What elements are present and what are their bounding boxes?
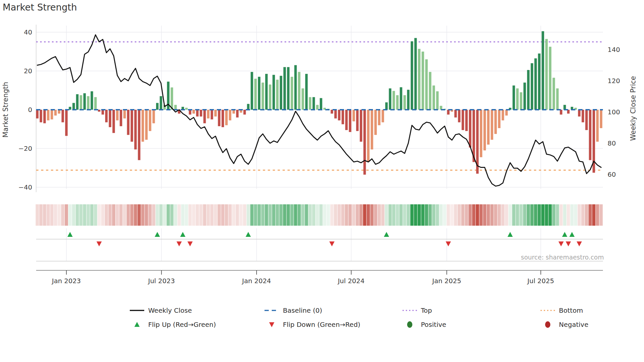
flip-down-marker (329, 241, 334, 246)
chart-canvas: Market Strength Jan 2023Jul 2023Jan 2024… (0, 0, 644, 362)
strength-bar (302, 88, 304, 110)
heatmap-cell (258, 204, 261, 226)
heatmap-cell (159, 204, 163, 226)
strength-bar (465, 110, 468, 131)
strength-bar (516, 88, 519, 110)
strength-bar (189, 110, 192, 115)
heatmap-cell (461, 204, 465, 226)
heatmap-cell (47, 204, 50, 226)
strength-bar (389, 88, 391, 110)
heatmap-cell (221, 204, 224, 226)
strength-bar (40, 110, 42, 122)
heatmap-cell (58, 204, 61, 226)
heatmap-cell (352, 204, 356, 226)
heatmap-cell (319, 204, 323, 226)
strength-bar (214, 110, 217, 117)
heatmap-cell (177, 204, 181, 226)
strength-bar (47, 110, 50, 120)
strength-bar (342, 110, 344, 124)
flip-up-marker (384, 232, 389, 237)
strength-bar (556, 88, 559, 110)
heatmap-cell (548, 204, 552, 226)
strength-bar (116, 110, 119, 120)
heatmap-cell (65, 204, 68, 226)
strength-bar (298, 72, 301, 110)
y-left-tick-label: −40 (18, 183, 32, 191)
heatmap-cell (337, 204, 341, 226)
heatmap-cell (163, 204, 166, 226)
strength-bar (553, 78, 555, 110)
strength-bar (316, 105, 319, 110)
market-strength-chart: Market Strength Jan 2023Jul 2023Jan 2024… (0, 0, 644, 362)
heatmap-cell (519, 204, 523, 226)
heatmap-cell (232, 204, 235, 226)
heatmap-cell (599, 204, 603, 226)
flip-up-marker (569, 232, 575, 237)
strength-bar (276, 80, 279, 110)
heatmap-cell (345, 204, 348, 226)
strength-bar (65, 110, 68, 136)
heatmap-cell (43, 204, 46, 226)
strength-bar (51, 110, 53, 120)
heatmap-cell (407, 204, 410, 226)
heatmap-cell (279, 204, 283, 226)
heatmap-cell (90, 204, 94, 226)
legend-item-label: Flip Up (Red→Green) (148, 321, 216, 328)
legend-item-label: Negative (559, 321, 588, 328)
heatmap-cell (301, 204, 305, 226)
strength-bar (87, 96, 90, 110)
heatmap-cell (265, 204, 268, 226)
strength-bar (123, 110, 126, 119)
strength-bar (221, 110, 224, 127)
heatmap-cell (243, 204, 246, 226)
x-tick-label: Jan 2025 (432, 277, 461, 285)
heatmap-strip-layer (36, 204, 603, 226)
strength-bar (494, 110, 497, 134)
legend-item-label: Bottom (559, 306, 583, 314)
heatmap-cell (596, 204, 599, 226)
y-left-tick-label: 40 (24, 28, 32, 36)
heatmap-cell (101, 204, 104, 226)
strength-bar (534, 58, 537, 110)
flip-up-marker (508, 232, 513, 237)
heatmap-cell (152, 204, 155, 226)
heatmap-cell (137, 204, 141, 226)
heatmap-cell (567, 204, 570, 226)
flip-up-marker (246, 232, 251, 237)
heatmap-cell (170, 204, 173, 226)
heatmap-cell (400, 204, 403, 226)
heatmap-cell (392, 204, 395, 226)
strength-bar (600, 110, 603, 128)
heatmap-cell (341, 204, 344, 226)
strength-bar (265, 74, 268, 110)
x-tick-label: Jul 2023 (148, 277, 175, 285)
strength-bar (498, 110, 501, 128)
heatmap-cell (283, 204, 286, 226)
strength-bar (236, 110, 239, 118)
heatmap-cell (458, 204, 461, 226)
heatmap-cell (149, 204, 152, 226)
strength-bar (196, 110, 199, 117)
heatmap-cell (414, 204, 417, 226)
strength-bar (338, 110, 341, 120)
strength-bar (491, 110, 493, 140)
axes-layer: Jan 2023Jul 2023Jan 2024Jul 2024Jan 2025… (18, 28, 620, 285)
strength-bar (505, 110, 508, 116)
y-left-tick-label: −20 (18, 145, 32, 152)
heatmap-cell (428, 204, 432, 226)
heatmap-cell (268, 204, 272, 226)
heatmap-cell (465, 204, 468, 226)
heatmap-cell (294, 204, 297, 226)
strength-bar (549, 47, 552, 110)
strength-bar (513, 85, 515, 110)
flip-down-marker (559, 241, 564, 246)
heatmap-cell (290, 204, 293, 226)
heatmap-cell (174, 204, 177, 226)
strength-bar (353, 110, 355, 121)
strength-bar (98, 110, 101, 112)
strength-bar (156, 103, 159, 110)
flip-up-marker (67, 232, 73, 237)
strength-bar (247, 104, 250, 110)
heatmap-cell (385, 204, 388, 226)
strength-bar (429, 72, 431, 110)
